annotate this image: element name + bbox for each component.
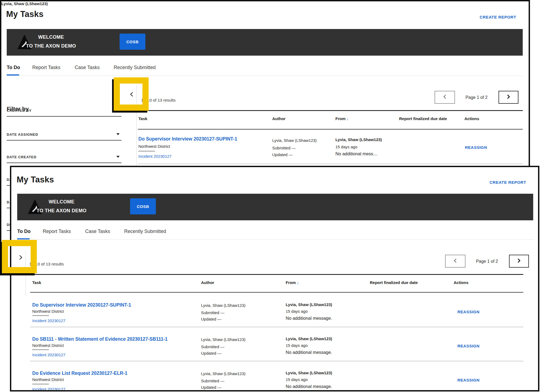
highlight-box-expand (2, 240, 37, 273)
from-message: No additional message. (286, 384, 332, 389)
create-report-button[interactable]: CREATE REPORT (480, 15, 516, 19)
chevron-left-icon (453, 258, 458, 264)
column-header-actions: Actions (464, 116, 479, 121)
column-header-due[interactable]: Report finalized due date (399, 116, 447, 121)
cosb-button[interactable]: COSB (130, 198, 156, 214)
from-name: Lyvia, Shaw (LShaw123) (286, 371, 332, 375)
from-when: 15 days ago (286, 377, 308, 382)
tab-recently-submitted[interactable]: Recently Submitted (114, 65, 156, 70)
from-when: 15 days ago (286, 343, 308, 348)
tab-to-do[interactable]: To Do (17, 229, 31, 234)
next-page-button[interactable] (499, 91, 518, 104)
page-indicator: Page 1 of 2 (468, 259, 506, 264)
from-message: No additional mess… (335, 151, 378, 156)
task-district: Northwest District (32, 309, 64, 314)
incident-link[interactable]: Incident 20230127 (32, 353, 65, 357)
author-submitted: Submitted — (272, 146, 296, 150)
from-message: No additional message. (286, 316, 332, 321)
incident-link[interactable]: Incident 20230127 (138, 154, 171, 159)
chevron-right-icon (516, 258, 522, 264)
from-name: Lyvia, Shaw (LShaw123) (1, 1, 48, 6)
column-header-from[interactable]: From ↓ (286, 280, 299, 285)
author-submitted: Submitted — (201, 379, 224, 383)
chevron-down-icon (116, 156, 120, 158)
reassign-button[interactable]: REASSIGN (457, 310, 479, 314)
task-link[interactable]: Do SB111 - Written Statement of Evidence… (32, 336, 168, 342)
from-name: Lyvia, Shaw (LShaw123) (335, 137, 382, 142)
task-district: Northwest District (138, 144, 170, 149)
task-link[interactable]: Do Evidence List Request 20230127-ELR-1 (32, 371, 127, 376)
from-message: No additional message. (286, 350, 332, 355)
window-collapsed-filter: My Tasks CREATE REPORT WELCOME TO THE AX… (10, 166, 539, 391)
welcome-text: WELCOME TO THE AXON DEMO (28, 197, 95, 215)
filter-item-created-by[interactable]: CREATED BY (7, 108, 121, 117)
tab-report-tasks[interactable]: Report Tasks (43, 229, 71, 234)
author-updated: Updated — (201, 351, 221, 355)
highlight-shadow (0, 273, 35, 275)
sort-descending-icon: ↓ (297, 280, 299, 285)
welcome-text: WELCOME TO THE AXON DEMO (17, 33, 85, 51)
task-district: Northwest District (32, 377, 64, 382)
column-header-task[interactable]: Task (32, 280, 41, 285)
task-link[interactable]: Do Supervisor Interview 20230127-SUPINT-… (138, 136, 237, 142)
tab-case-tasks[interactable]: Case Tasks (85, 229, 110, 234)
author-updated: Updated — (201, 385, 221, 390)
create-report-button[interactable]: CREATE REPORT (490, 180, 526, 185)
from-when: 15 days ago (286, 309, 308, 314)
filter-item-label: DATE CREATED (7, 155, 37, 159)
column-header-due[interactable]: Report finalized due date (370, 280, 418, 285)
filter-item-date-assigned[interactable]: DATE ASSIGNED (7, 132, 121, 141)
page-title: My Tasks (17, 175, 54, 185)
filter-item-label: DATE ASSIGNED (7, 132, 38, 136)
filter-item-date-created[interactable]: DATE CREATED (7, 154, 121, 164)
tab-recently-submitted[interactable]: Recently Submitted (124, 229, 166, 234)
tabbar-divider (17, 239, 533, 240)
sort-descending-icon: ↓ (347, 116, 349, 121)
column-header-author[interactable]: Author (272, 116, 285, 121)
highlight-shadow (112, 111, 147, 113)
previous-page-button[interactable] (445, 255, 465, 268)
column-header-from[interactable]: From ↓ (335, 116, 349, 121)
column-header-actions: Actions (454, 280, 468, 285)
filter-item-label: CREATED BY (7, 109, 32, 113)
chevron-left-icon (442, 94, 447, 100)
column-header-task[interactable]: Task (138, 116, 147, 121)
task-link[interactable]: Do Supervisor Interview 20230127-SUPINT-… (32, 302, 131, 308)
author-name: Lyvia, Shaw (LShaw123) (201, 371, 245, 376)
next-page-button[interactable] (509, 255, 529, 268)
author-submitted: Submitted — (201, 310, 224, 315)
tab-to-do[interactable]: To Do (7, 65, 20, 70)
incident-link[interactable]: Incident 20230127 (32, 318, 65, 323)
page-title: My Tasks (6, 9, 44, 19)
incident-link[interactable]: Incident 20230127 (32, 387, 65, 391)
author-name: Lyvia, Shaw (LShaw123) (201, 303, 245, 308)
reassign-button[interactable]: REASSIGN (457, 378, 479, 382)
author-name: Lyvia, Shaw (LShaw123) (272, 138, 317, 143)
from-name: Lyvia, Shaw (LShaw123) (286, 336, 332, 341)
author-updated: Updated — (201, 317, 221, 321)
task-district: Northwest District (32, 343, 64, 348)
tab-case-tasks[interactable]: Case Tasks (75, 65, 100, 70)
screenshot-canvas: My Tasks CREATE REPORT WELCOME TO THE AX… (0, 0, 541, 392)
reassign-button[interactable]: REASSIGN (465, 145, 487, 150)
column-header-author[interactable]: Author (201, 280, 214, 285)
author-updated: Updated — (272, 152, 293, 157)
from-when: 15 days ago (335, 145, 357, 149)
chevron-right-icon (506, 94, 511, 100)
author-name: Lyvia, Shaw (LShaw123) (201, 337, 245, 342)
cosb-button[interactable]: COSB (120, 34, 145, 50)
welcome-banner: WELCOME TO THE AXON DEMO COSB (17, 194, 533, 220)
from-name: Lyvia, Shaw (LShaw123) (286, 302, 332, 307)
previous-page-button[interactable] (435, 91, 455, 104)
page-indicator: Page 1 of 2 (458, 95, 495, 100)
author-submitted: Submitted — (201, 344, 224, 349)
tabbar-divider (7, 75, 523, 76)
reassign-button[interactable]: REASSIGN (457, 344, 479, 348)
tab-report-tasks[interactable]: Report Tasks (32, 65, 60, 70)
chevron-down-icon (116, 133, 120, 135)
highlight-box-collapse (114, 77, 149, 111)
welcome-banner: WELCOME TO THE AXON DEMO COSB (7, 29, 523, 56)
